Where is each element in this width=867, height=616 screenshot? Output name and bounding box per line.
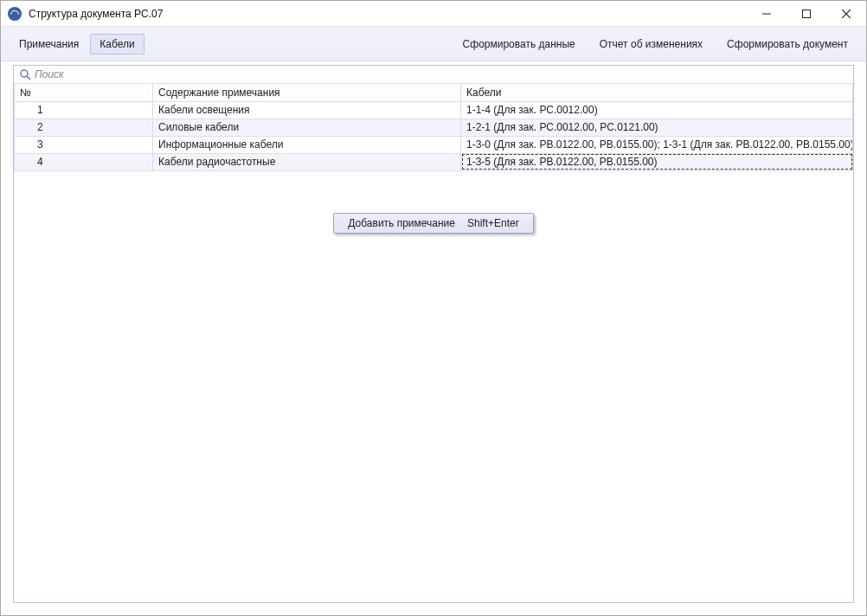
svg-rect-1 xyxy=(803,10,811,17)
grid-header-num[interactable]: № xyxy=(15,84,153,101)
minimize-icon xyxy=(762,10,771,18)
grid-header-cables[interactable]: Кабели xyxy=(461,84,853,101)
cell-num[interactable]: 3 xyxy=(15,136,153,153)
window-title: Структура документа РС.07 xyxy=(29,8,747,20)
table-row[interactable]: 3 Информационные кабели 1-3-0 (Для зак. … xyxy=(15,136,853,153)
cell-cables[interactable]: 1-1-4 (Для зак. РС.0012.00) xyxy=(461,101,853,119)
add-note-button[interactable]: Добавить примечание Shift+Enter xyxy=(333,213,533,234)
cell-num[interactable]: 4 xyxy=(15,153,153,170)
form-document-button[interactable]: Сформировать документ xyxy=(717,34,857,55)
search-row xyxy=(14,66,853,84)
table-row[interactable]: 1 Кабели освещения 1-1-4 (Для зак. РС.00… xyxy=(15,101,853,119)
cell-content[interactable]: Кабели радиочастотные xyxy=(153,153,461,170)
cell-cables[interactable]: 1-3-0 (Для зак. РВ.0122.00, РВ.0155.00);… xyxy=(461,136,853,153)
tab-cables[interactable]: Кабели xyxy=(90,34,144,55)
changes-report-button[interactable]: Отчет об изменениях xyxy=(590,34,712,55)
cell-num[interactable]: 1 xyxy=(15,101,153,119)
content-area: Примечания Кабели Сформировать данные От… xyxy=(1,27,866,615)
main-panel: № Содержание примечания Кабели 1 Кабели … xyxy=(13,65,854,603)
tab-notes[interactable]: Примечания xyxy=(10,34,88,55)
close-icon xyxy=(842,10,851,18)
window-controls xyxy=(747,1,866,26)
minimize-button[interactable] xyxy=(747,1,787,26)
close-button[interactable] xyxy=(826,1,866,26)
search-input[interactable] xyxy=(35,68,848,80)
cell-content[interactable]: Кабели освещения xyxy=(153,101,461,119)
search-icon xyxy=(19,68,31,80)
window: Структура документа РС.07 Примечания Каб… xyxy=(0,0,867,616)
maximize-button[interactable] xyxy=(787,1,826,26)
table-row[interactable]: 4 Кабели радиочастотные 1-3-5 (Для зак. … xyxy=(15,153,853,170)
cell-cables[interactable]: 1-2-1 (Для зак. РС.0012.00, РС.0121.00) xyxy=(461,119,853,136)
cell-num[interactable]: 2 xyxy=(15,119,153,136)
maximize-icon xyxy=(802,10,811,18)
grid-header-row: № Содержание примечания Кабели xyxy=(15,84,853,101)
app-icon xyxy=(8,7,22,21)
toolbar: Примечания Кабели Сформировать данные От… xyxy=(1,27,866,61)
svg-line-5 xyxy=(27,76,30,80)
form-data-button[interactable]: Сформировать данные xyxy=(453,34,585,55)
table-row[interactable]: 2 Силовые кабели 1-2-1 (Для зак. РС.0012… xyxy=(15,119,853,136)
add-note-shortcut: Shift+Enter xyxy=(467,217,519,229)
add-note-label: Добавить примечание xyxy=(348,217,455,229)
grid-table: № Содержание примечания Кабели 1 Кабели … xyxy=(14,84,853,171)
cell-cables[interactable]: 1-3-5 (Для зак. РВ.0122.00, РВ.0155.00) xyxy=(461,153,853,170)
tab-bar: Примечания Кабели xyxy=(10,34,144,55)
svg-point-4 xyxy=(21,70,28,77)
cell-content[interactable]: Силовые кабели xyxy=(153,119,461,136)
titlebar: Структура документа РС.07 xyxy=(1,1,866,27)
cell-content[interactable]: Информационные кабели xyxy=(153,136,461,153)
grid-header-content[interactable]: Содержание примечания xyxy=(153,84,461,101)
